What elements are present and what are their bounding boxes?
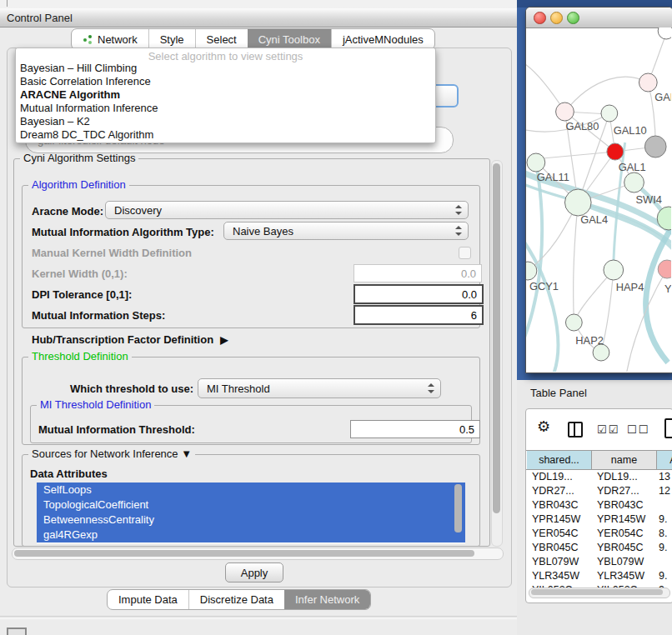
control-panel-title: Control Panel: [7, 12, 73, 24]
tab[interactable]: Style: [148, 29, 195, 49]
cell-shared-name: YDR27...: [532, 485, 574, 497]
settings-horizontal-scrollbar-thumb[interactable]: [14, 550, 474, 557]
list-item[interactable]: SelfLoops: [37, 482, 465, 498]
list-item[interactable]: gal4RGexp: [37, 528, 465, 542]
dpi-tolerance-input[interactable]: 0.0: [354, 284, 484, 304]
threshold-definition-title: Threshold Definition: [28, 350, 132, 362]
menu-item[interactable]: Bayesian – Hill Climbing: [16, 62, 435, 75]
hub-definition-expander[interactable]: Hub/Transcription Factor Definition▶: [32, 333, 228, 346]
table-row[interactable]: YLR345W YLR345W 9.: [527, 569, 670, 583]
menu-item[interactable]: Basic Correlation Inference: [16, 75, 435, 88]
menu-item[interactable]: Dream8 DC_TDC Algorithm: [16, 128, 435, 142]
tab[interactable]: Select: [195, 29, 248, 49]
collapse-icon[interactable]: ▼: [181, 448, 192, 460]
table-row[interactable]: YBL079W YBL079W: [527, 555, 670, 569]
manual-kernel-checkbox[interactable]: [459, 247, 471, 259]
network-node-label: SWI4: [635, 193, 661, 206]
apply-button[interactable]: Apply: [225, 562, 283, 582]
network-window-titlebar[interactable]: [526, 8, 672, 28]
which-threshold-combo[interactable]: MI Threshold: [198, 378, 441, 398]
network-node[interactable]: [564, 189, 591, 216]
clear-all-checkboxes-icon[interactable]: ☐☐: [627, 423, 649, 436]
table-row[interactable]: YBR043C YBR043C: [527, 498, 670, 512]
table-row[interactable]: YDR27... YDR27... 12: [527, 484, 670, 498]
aracne-mode-label: Aracne Mode:: [32, 205, 103, 218]
table-column-header[interactable]: A: [657, 451, 672, 469]
network-edge[interactable]: [534, 152, 615, 159]
which-threshold-label: Which threshold to use:: [70, 382, 193, 395]
table-row[interactable]: YDL19... YDL19... 13: [527, 470, 670, 484]
data-attributes-label: Data Attributes: [30, 468, 108, 480]
network-edge[interactable]: [526, 162, 542, 346]
network-node[interactable]: [607, 143, 624, 160]
expand-icon[interactable]: ▶: [220, 334, 228, 346]
network-node[interactable]: [556, 102, 574, 121]
network-node[interactable]: [639, 73, 657, 92]
tab-label: Network: [98, 33, 138, 46]
tab[interactable]: Cyni Toolbox: [248, 29, 331, 49]
menu-item[interactable]: Bayesian – K2: [16, 115, 435, 128]
columns-icon[interactable]: [568, 422, 583, 438]
network-edge[interactable]: [574, 202, 579, 322]
select-all-checkboxes-icon[interactable]: ☑☑: [597, 423, 619, 436]
control-panel-titlebar: Control Panel ×: [0, 8, 517, 28]
close-window-icon[interactable]: [534, 12, 546, 24]
aracne-mode-combo[interactable]: Discovery: [105, 201, 469, 219]
export-table-icon[interactable]: [664, 418, 672, 438]
list-scrollbar-thumb[interactable]: [454, 484, 462, 532]
network-view-window: GALGAL80GAL10GAL1GAL11SWI4GAL4GCY1HAP4YH…: [525, 7, 672, 373]
sources-title-text: Sources for Network Inference: [32, 448, 178, 460]
list-item[interactable]: TopologicalCoefficient: [37, 498, 465, 512]
table-row[interactable]: YER054C YER054C 8.: [527, 527, 670, 541]
table-horizontal-scrollbar-thumb[interactable]: [531, 589, 663, 595]
cell-name: YPR145W: [597, 513, 645, 525]
cell-name: YBL079W: [597, 556, 644, 568]
network-node[interactable]: [601, 105, 618, 122]
table-panel-title: Table Panel: [530, 387, 587, 399]
network-node[interactable]: [565, 314, 582, 331]
dpi-tolerance-label: DPI Tolerance [0,1]:: [32, 288, 132, 301]
minimize-window-icon[interactable]: [550, 12, 563, 24]
network-node[interactable]: [658, 28, 671, 39]
network-tab-icon: [83, 34, 93, 45]
zoom-window-icon[interactable]: [567, 12, 579, 24]
tab[interactable]: jActiveMNodules: [331, 29, 434, 49]
mi-threshold-label: Mutual Information Threshold:: [38, 423, 195, 436]
network-node[interactable]: [527, 153, 545, 172]
kernel-width-input[interactable]: 0.0: [354, 264, 482, 282]
mi-threshold-input[interactable]: 0.5: [350, 420, 480, 438]
sources-group-title: Sources for Network Inference ▼: [28, 448, 195, 460]
network-node[interactable]: [604, 260, 624, 280]
table-column-header[interactable]: name: [592, 451, 657, 469]
tab-label: Select: [207, 33, 237, 46]
tab[interactable]: Impute Data: [108, 590, 188, 609]
mi-steps-input[interactable]: 6: [354, 305, 484, 325]
table-row[interactable]: YBR045C YBR045C 9.: [527, 541, 670, 555]
algorithm-definition-title: Algorithm Definition: [28, 178, 129, 191]
tab[interactable]: Discretize Data: [188, 590, 284, 609]
column-header-label: name: [611, 454, 637, 466]
manual-kernel-label: Manual Kernel Width Definition: [32, 247, 192, 259]
tab[interactable]: Network: [72, 29, 148, 49]
corner-grip-button[interactable]: [7, 628, 27, 635]
settings-vertical-scrollbar-thumb[interactable]: [493, 163, 500, 513]
mi-type-label: Mutual Information Algorithm Type:: [32, 226, 214, 238]
network-edge[interactable]: [578, 202, 671, 254]
table-row[interactable]: YPR145W YPR145W 9.: [527, 512, 670, 527]
panel-bottom-edge: [0, 616, 517, 619]
tab-label: Discretize Data: [200, 593, 273, 606]
network-node[interactable]: [658, 260, 671, 278]
menu-item[interactable]: ARACNE Algorithm: [16, 88, 435, 102]
list-item[interactable]: BetweennessCentrality: [37, 512, 465, 528]
tab-label: jActiveMNodules: [343, 33, 424, 46]
network-canvas[interactable]: GALGAL80GAL10GAL1GAL11SWI4GAL4GCY1HAP4YH…: [526, 28, 671, 372]
table-column-header[interactable]: shared...: [527, 451, 592, 469]
tab[interactable]: Infer Network: [284, 590, 370, 609]
gear-icon[interactable]: ⚙: [537, 418, 550, 436]
menu-item[interactable]: Mutual Information Inference: [16, 102, 435, 115]
network-node[interactable]: [624, 172, 644, 192]
mi-type-combo[interactable]: Naive Bayes: [223, 222, 469, 240]
mi-steps-value: 6: [471, 309, 477, 322]
tab-label: Impute Data: [118, 593, 178, 606]
network-node[interactable]: [644, 136, 666, 158]
